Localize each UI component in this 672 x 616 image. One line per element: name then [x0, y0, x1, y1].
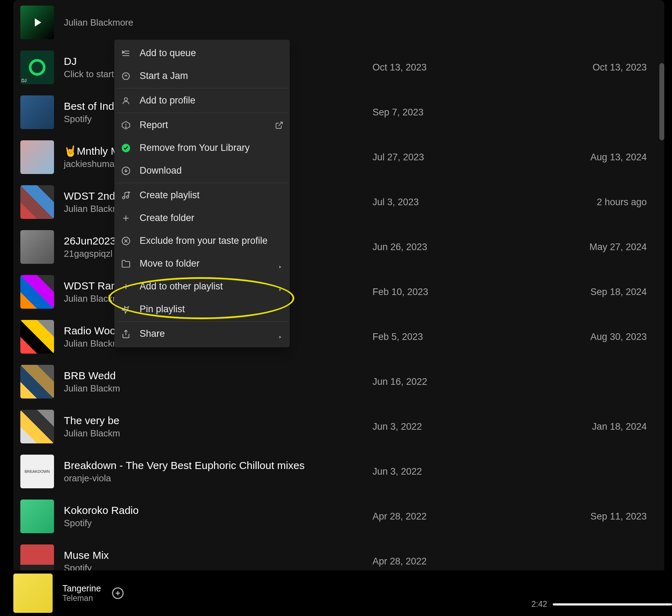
playlist-thumb: [20, 95, 54, 129]
progress-bar[interactable]: [553, 603, 672, 605]
playlist-date-played: 2 hours ago: [555, 197, 657, 208]
now-playing-title[interactable]: Tangerine: [62, 583, 101, 594]
playlist-date-added: Feb 10, 2023: [372, 287, 555, 297]
menu-label: Add to profile: [140, 95, 283, 106]
music-note-icon: [121, 190, 131, 201]
chevron-right-icon: [278, 331, 283, 337]
playlist-author: Spotify: [64, 518, 372, 529]
share-icon: [121, 329, 131, 339]
context-menu: Add to queue Start a Jam Add to profile …: [114, 40, 290, 347]
playlist-title: Kokoroko Radio: [64, 504, 372, 516]
svg-point-13: [126, 196, 129, 198]
menu-divider: [116, 183, 288, 183]
playlist-date-added: Apr 28, 2022: [372, 556, 555, 567]
menu-download[interactable]: Download: [116, 159, 288, 182]
menu-label: Move to folder: [140, 258, 278, 269]
menu-label: Add to other playlist: [140, 281, 278, 292]
playlist-thumb: [20, 275, 54, 309]
playlist-row[interactable]: Best of Ind Spotify Sep 7, 2023: [13, 90, 664, 135]
menu-start-jam[interactable]: Start a Jam: [116, 65, 288, 87]
folder-icon: [121, 259, 131, 269]
plus-icon: [121, 281, 131, 292]
svg-point-0: [30, 60, 44, 74]
svg-point-12: [122, 196, 125, 199]
playlist-info: Julian Blackmore: [64, 17, 372, 28]
menu-move-to-folder[interactable]: Move to folder: [116, 252, 288, 275]
playlist-thumb: [20, 185, 54, 219]
playlist-info: Muse Mix Spotify: [64, 549, 372, 574]
playlist-date-added: Feb 5, 2023: [372, 332, 555, 342]
menu-label: Start a Jam: [140, 71, 283, 81]
now-playing-thumb[interactable]: [13, 574, 53, 613]
play-icon[interactable]: [20, 6, 54, 39]
menu-label: Download: [140, 165, 283, 176]
external-link-icon: [275, 121, 283, 129]
menu-create-folder[interactable]: Create folder: [116, 207, 288, 229]
playlist-row[interactable]: BRB Wedd Julian Blackm Jun 16, 2022: [13, 359, 664, 404]
playlist-thumb: [20, 6, 54, 39]
menu-report[interactable]: Report: [116, 114, 288, 136]
now-playing-artist[interactable]: Teleman: [62, 594, 101, 603]
chevron-right-icon: [278, 261, 283, 267]
playlist-date-added: Jul 3, 2023: [372, 197, 555, 208]
menu-label: Remove from Your Library: [140, 142, 283, 153]
menu-create-playlist[interactable]: Create playlist: [116, 184, 288, 207]
svg-point-8: [126, 127, 126, 127]
chevron-right-icon: [278, 284, 283, 289]
playlist-thumb: [20, 500, 54, 533]
playlist-row[interactable]: WDST Ram Julian Blackm Feb 10, 2023 Sep …: [13, 269, 664, 314]
add-to-library-icon[interactable]: [112, 587, 124, 600]
playlist-info: BRB Wedd Julian Blackm: [64, 370, 372, 394]
menu-label: Pin playlist: [140, 304, 283, 315]
pin-icon: [121, 304, 131, 315]
menu-label: Add to queue: [140, 48, 283, 59]
playlist-date-added: Oct 13, 2023: [372, 62, 555, 73]
playback-time: 2:42: [531, 600, 547, 609]
playlist-info: The very be Julian Blackm: [64, 415, 372, 439]
playlist-row[interactable]: WDST 2nd Julian Blackm Jul 3, 2023 2 hou…: [13, 180, 664, 225]
svg-point-5: [125, 98, 128, 101]
menu-add-to-queue[interactable]: Add to queue: [116, 42, 288, 65]
now-playing-info: Tangerine Teleman: [62, 583, 101, 603]
playlist-row[interactable]: BREAKDOWN Breakdown - The Very Best Euph…: [13, 449, 664, 494]
playlist-info: Kokoroko Radio Spotify: [64, 504, 372, 529]
menu-divider: [116, 113, 288, 113]
playlist-date-added: Jun 3, 2022: [372, 466, 555, 477]
queue-icon: [121, 48, 131, 59]
report-icon: [121, 120, 131, 130]
jam-icon: [121, 71, 131, 81]
menu-pin-playlist[interactable]: Pin playlist: [116, 298, 288, 321]
menu-exclude-taste-profile[interactable]: Exclude from your taste profile: [116, 229, 288, 252]
playlist-title: The very be: [64, 415, 372, 427]
menu-remove-from-library[interactable]: Remove from Your Library: [116, 136, 288, 159]
playlist-date-added: Jun 3, 2022: [372, 421, 555, 432]
now-playing-bar: Tangerine Teleman 2:42: [0, 570, 672, 616]
playlist-thumb: BREAKDOWN: [20, 455, 54, 488]
menu-add-to-profile[interactable]: Add to profile: [116, 89, 288, 112]
playlist-date-added: Jun 26, 2023: [372, 242, 555, 253]
playlist-row[interactable]: 🤘Mnthly M jackieshuman Jul 27, 2023 Aug …: [13, 135, 664, 180]
menu-share[interactable]: Share: [116, 322, 288, 345]
playlist-row[interactable]: The very be Julian Blackm Jun 3, 2022 Ja…: [13, 404, 664, 449]
playlist-author: Julian Blackm: [64, 383, 372, 394]
playlist-date-added: Jul 27, 2023: [372, 152, 555, 163]
playlist-row[interactable]: Radio Woo Julian Blackm Feb 5, 2023 Aug …: [13, 314, 664, 359]
playlist-thumb: [20, 230, 54, 264]
playlist-row[interactable]: 26Jun2023 21gagspiqzl Jun 26, 2023 May 2…: [13, 225, 664, 269]
playlist-title: BRB Wedd: [64, 370, 372, 382]
playlist-row[interactable]: DJ DJ Click to start Oct 13, 2023 Oct 13…: [13, 45, 664, 90]
check-circle-icon: [121, 143, 131, 153]
plus-icon: [121, 213, 131, 223]
playlist-row[interactable]: Julian Blackmore Nov 1, 2023 2 minutes a…: [13, 0, 664, 45]
menu-label: Exclude from your taste profile: [140, 235, 283, 246]
menu-label: Report: [140, 120, 275, 130]
playlist-author: Julian Blackm: [64, 428, 372, 439]
menu-add-to-other-playlist[interactable]: Add to other playlist: [116, 275, 288, 298]
playlist-list: Julian Blackmore Nov 1, 2023 2 minutes a…: [13, 0, 664, 591]
playlist-thumb: [20, 365, 54, 399]
playlist-date-played: Jan 18, 2024: [555, 421, 657, 432]
playlist-author: Julian Blackmore: [64, 17, 372, 28]
playlist-author: oranje-viola: [64, 473, 372, 484]
playlist-row[interactable]: Kokoroko Radio Spotify Apr 28, 2022 Sep …: [13, 494, 664, 539]
playlist-date-played: Sep 18, 2024: [555, 287, 657, 297]
